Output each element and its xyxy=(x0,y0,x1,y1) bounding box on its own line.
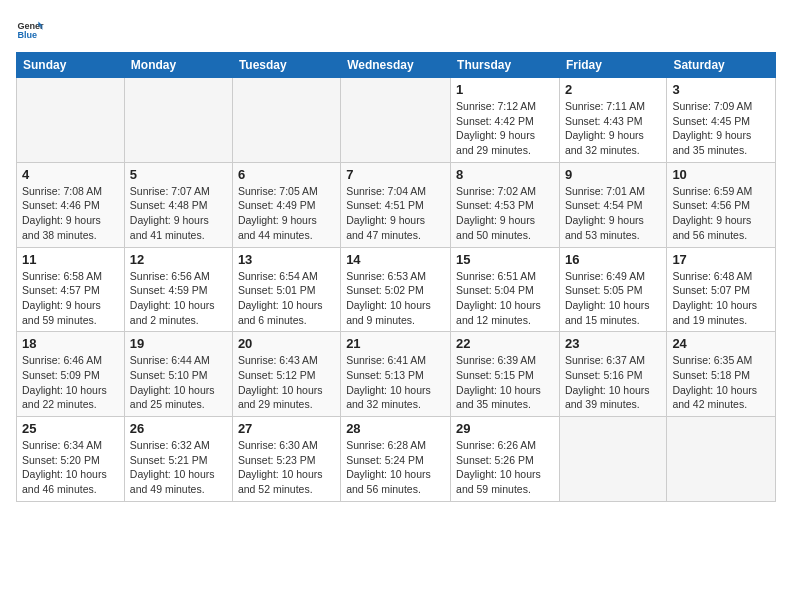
calendar-cell: 29Sunrise: 6:26 AMSunset: 5:26 PMDayligh… xyxy=(451,417,560,502)
calendar-cell: 8Sunrise: 7:02 AMSunset: 4:53 PMDaylight… xyxy=(451,162,560,247)
logo: General Blue xyxy=(16,16,46,44)
day-info: Sunrise: 6:58 AMSunset: 4:57 PMDaylight:… xyxy=(22,269,119,328)
calendar-cell: 28Sunrise: 6:28 AMSunset: 5:24 PMDayligh… xyxy=(341,417,451,502)
logo-icon: General Blue xyxy=(16,16,44,44)
day-number: 5 xyxy=(130,167,227,182)
day-info: Sunrise: 6:54 AMSunset: 5:01 PMDaylight:… xyxy=(238,269,335,328)
calendar-cell: 5Sunrise: 7:07 AMSunset: 4:48 PMDaylight… xyxy=(124,162,232,247)
day-info: Sunrise: 7:04 AMSunset: 4:51 PMDaylight:… xyxy=(346,184,445,243)
page-header: General Blue xyxy=(16,16,776,44)
day-info: Sunrise: 6:48 AMSunset: 5:07 PMDaylight:… xyxy=(672,269,770,328)
day-number: 19 xyxy=(130,336,227,351)
day-header-sunday: Sunday xyxy=(17,53,125,78)
day-number: 2 xyxy=(565,82,661,97)
day-info: Sunrise: 6:53 AMSunset: 5:02 PMDaylight:… xyxy=(346,269,445,328)
day-info: Sunrise: 6:26 AMSunset: 5:26 PMDaylight:… xyxy=(456,438,554,497)
week-row-4: 18Sunrise: 6:46 AMSunset: 5:09 PMDayligh… xyxy=(17,332,776,417)
day-number: 27 xyxy=(238,421,335,436)
day-number: 18 xyxy=(22,336,119,351)
day-info: Sunrise: 6:46 AMSunset: 5:09 PMDaylight:… xyxy=(22,353,119,412)
day-header-wednesday: Wednesday xyxy=(341,53,451,78)
day-info: Sunrise: 7:05 AMSunset: 4:49 PMDaylight:… xyxy=(238,184,335,243)
week-row-1: 1Sunrise: 7:12 AMSunset: 4:42 PMDaylight… xyxy=(17,78,776,163)
day-number: 14 xyxy=(346,252,445,267)
day-info: Sunrise: 6:44 AMSunset: 5:10 PMDaylight:… xyxy=(130,353,227,412)
calendar-cell: 27Sunrise: 6:30 AMSunset: 5:23 PMDayligh… xyxy=(232,417,340,502)
day-number: 29 xyxy=(456,421,554,436)
day-number: 20 xyxy=(238,336,335,351)
day-header-tuesday: Tuesday xyxy=(232,53,340,78)
calendar-cell: 23Sunrise: 6:37 AMSunset: 5:16 PMDayligh… xyxy=(559,332,666,417)
day-number: 26 xyxy=(130,421,227,436)
day-info: Sunrise: 6:30 AMSunset: 5:23 PMDaylight:… xyxy=(238,438,335,497)
calendar-cell: 21Sunrise: 6:41 AMSunset: 5:13 PMDayligh… xyxy=(341,332,451,417)
calendar-cell: 20Sunrise: 6:43 AMSunset: 5:12 PMDayligh… xyxy=(232,332,340,417)
calendar-cell xyxy=(17,78,125,163)
calendar-cell: 22Sunrise: 6:39 AMSunset: 5:15 PMDayligh… xyxy=(451,332,560,417)
day-info: Sunrise: 6:39 AMSunset: 5:15 PMDaylight:… xyxy=(456,353,554,412)
day-number: 15 xyxy=(456,252,554,267)
calendar-cell: 10Sunrise: 6:59 AMSunset: 4:56 PMDayligh… xyxy=(667,162,776,247)
day-number: 9 xyxy=(565,167,661,182)
day-number: 3 xyxy=(672,82,770,97)
day-number: 13 xyxy=(238,252,335,267)
calendar-cell xyxy=(667,417,776,502)
day-info: Sunrise: 7:09 AMSunset: 4:45 PMDaylight:… xyxy=(672,99,770,158)
day-info: Sunrise: 6:51 AMSunset: 5:04 PMDaylight:… xyxy=(456,269,554,328)
day-number: 7 xyxy=(346,167,445,182)
calendar-cell: 12Sunrise: 6:56 AMSunset: 4:59 PMDayligh… xyxy=(124,247,232,332)
day-number: 12 xyxy=(130,252,227,267)
calendar-cell: 15Sunrise: 6:51 AMSunset: 5:04 PMDayligh… xyxy=(451,247,560,332)
day-number: 6 xyxy=(238,167,335,182)
week-row-3: 11Sunrise: 6:58 AMSunset: 4:57 PMDayligh… xyxy=(17,247,776,332)
calendar-cell: 19Sunrise: 6:44 AMSunset: 5:10 PMDayligh… xyxy=(124,332,232,417)
calendar-cell: 17Sunrise: 6:48 AMSunset: 5:07 PMDayligh… xyxy=(667,247,776,332)
calendar-cell: 18Sunrise: 6:46 AMSunset: 5:09 PMDayligh… xyxy=(17,332,125,417)
day-number: 24 xyxy=(672,336,770,351)
calendar-cell xyxy=(559,417,666,502)
calendar-cell: 4Sunrise: 7:08 AMSunset: 4:46 PMDaylight… xyxy=(17,162,125,247)
day-info: Sunrise: 6:28 AMSunset: 5:24 PMDaylight:… xyxy=(346,438,445,497)
day-info: Sunrise: 6:41 AMSunset: 5:13 PMDaylight:… xyxy=(346,353,445,412)
day-info: Sunrise: 7:02 AMSunset: 4:53 PMDaylight:… xyxy=(456,184,554,243)
day-number: 22 xyxy=(456,336,554,351)
calendar-cell: 24Sunrise: 6:35 AMSunset: 5:18 PMDayligh… xyxy=(667,332,776,417)
calendar-cell: 9Sunrise: 7:01 AMSunset: 4:54 PMDaylight… xyxy=(559,162,666,247)
calendar-cell: 1Sunrise: 7:12 AMSunset: 4:42 PMDaylight… xyxy=(451,78,560,163)
day-info: Sunrise: 7:01 AMSunset: 4:54 PMDaylight:… xyxy=(565,184,661,243)
day-number: 28 xyxy=(346,421,445,436)
day-number: 11 xyxy=(22,252,119,267)
calendar-cell xyxy=(124,78,232,163)
day-header-monday: Monday xyxy=(124,53,232,78)
day-info: Sunrise: 6:37 AMSunset: 5:16 PMDaylight:… xyxy=(565,353,661,412)
calendar-cell: 16Sunrise: 6:49 AMSunset: 5:05 PMDayligh… xyxy=(559,247,666,332)
day-info: Sunrise: 7:12 AMSunset: 4:42 PMDaylight:… xyxy=(456,99,554,158)
day-header-saturday: Saturday xyxy=(667,53,776,78)
day-info: Sunrise: 6:34 AMSunset: 5:20 PMDaylight:… xyxy=(22,438,119,497)
day-number: 23 xyxy=(565,336,661,351)
day-info: Sunrise: 6:43 AMSunset: 5:12 PMDaylight:… xyxy=(238,353,335,412)
calendar-cell: 6Sunrise: 7:05 AMSunset: 4:49 PMDaylight… xyxy=(232,162,340,247)
day-info: Sunrise: 7:08 AMSunset: 4:46 PMDaylight:… xyxy=(22,184,119,243)
calendar-cell: 3Sunrise: 7:09 AMSunset: 4:45 PMDaylight… xyxy=(667,78,776,163)
calendar-cell xyxy=(232,78,340,163)
day-info: Sunrise: 6:59 AMSunset: 4:56 PMDaylight:… xyxy=(672,184,770,243)
day-info: Sunrise: 6:56 AMSunset: 4:59 PMDaylight:… xyxy=(130,269,227,328)
svg-text:Blue: Blue xyxy=(17,30,37,40)
week-row-2: 4Sunrise: 7:08 AMSunset: 4:46 PMDaylight… xyxy=(17,162,776,247)
day-number: 21 xyxy=(346,336,445,351)
day-info: Sunrise: 6:35 AMSunset: 5:18 PMDaylight:… xyxy=(672,353,770,412)
day-number: 17 xyxy=(672,252,770,267)
day-number: 8 xyxy=(456,167,554,182)
days-header-row: SundayMondayTuesdayWednesdayThursdayFrid… xyxy=(17,53,776,78)
calendar-cell xyxy=(341,78,451,163)
day-info: Sunrise: 7:07 AMSunset: 4:48 PMDaylight:… xyxy=(130,184,227,243)
day-number: 16 xyxy=(565,252,661,267)
day-header-thursday: Thursday xyxy=(451,53,560,78)
day-number: 10 xyxy=(672,167,770,182)
week-row-5: 25Sunrise: 6:34 AMSunset: 5:20 PMDayligh… xyxy=(17,417,776,502)
calendar-table: SundayMondayTuesdayWednesdayThursdayFrid… xyxy=(16,52,776,502)
calendar-cell: 2Sunrise: 7:11 AMSunset: 4:43 PMDaylight… xyxy=(559,78,666,163)
calendar-cell: 14Sunrise: 6:53 AMSunset: 5:02 PMDayligh… xyxy=(341,247,451,332)
calendar-cell: 7Sunrise: 7:04 AMSunset: 4:51 PMDaylight… xyxy=(341,162,451,247)
